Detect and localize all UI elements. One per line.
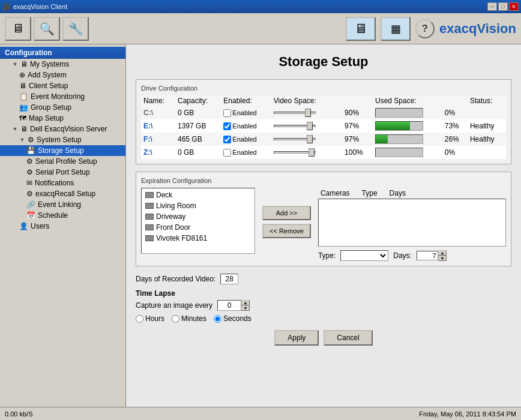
- capture-increment[interactable]: ▲: [241, 300, 250, 305]
- slider-thumb[interactable]: [307, 122, 313, 130]
- drive-video-space[interactable]: [271, 106, 342, 119]
- drive-capacity: 1397 GB: [175, 119, 221, 133]
- capture-decrement[interactable]: ▼: [241, 305, 250, 311]
- drive-name: F:\: [141, 133, 175, 146]
- drive-table: Name: Capacity: Enabled: Video Space: Us…: [141, 95, 506, 159]
- sidebar-item-group-setup[interactable]: 👥 Group Setup: [0, 102, 125, 113]
- assign-table-area: [318, 199, 506, 247]
- drive-enabled[interactable]: Enabled: [221, 146, 271, 159]
- minimize-button[interactable]: ─: [487, 2, 497, 11]
- drive-enabled-checkbox[interactable]: [223, 122, 231, 130]
- title-bar-controls: ─ □ ✕: [487, 2, 519, 11]
- camera-name: Driveway: [156, 212, 185, 221]
- maximize-button[interactable]: □: [498, 2, 508, 11]
- camera-list-item[interactable]: Front Door: [143, 222, 253, 233]
- home-icon: 🖥: [12, 22, 24, 35]
- camera-list-item[interactable]: Deck: [143, 190, 253, 200]
- system-icon: ⚙: [28, 136, 34, 144]
- bandwidth-status: 0.00 kb/S: [5, 410, 32, 418]
- drive-enabled[interactable]: Enabled: [221, 133, 271, 146]
- days-recorded-label: Days of Recorded Video:: [136, 275, 215, 283]
- sidebar-item-map-setup[interactable]: 🗺 Map Setup: [0, 113, 125, 124]
- sidebar-label-notifications: Notifications: [35, 179, 74, 187]
- drive-video-space[interactable]: [271, 146, 342, 159]
- camera-name: Front Door: [156, 223, 190, 232]
- col-enabled: Enabled:: [221, 95, 271, 106]
- sidebar-item-event-linking[interactable]: 🔗 Event Linking: [0, 199, 125, 210]
- drive-enabled[interactable]: Enabled: [221, 119, 271, 133]
- days-decrement[interactable]: ▼: [438, 256, 447, 261]
- wrench-icon: 🔧: [68, 22, 83, 36]
- drive-row: C:\0 GBEnabled90%0%: [141, 106, 506, 119]
- toolbar: 🖥 🔍 🔧 🖥 ▦ ? exacqVision: [0, 13, 521, 44]
- sidebar-item-notifications[interactable]: ✉ Notifications: [0, 178, 125, 188]
- camera-list[interactable]: DeckLiving RoomDrivewayFront DoorVivotek…: [141, 188, 255, 254]
- playback-button[interactable]: ▦: [381, 17, 411, 41]
- capture-input[interactable]: 0: [217, 300, 241, 311]
- drive-enabled-checkbox[interactable]: [223, 149, 231, 157]
- camera-name: Living Room: [156, 202, 196, 210]
- drive-video-pct: 90%: [342, 106, 373, 119]
- slider-thumb[interactable]: [307, 135, 313, 143]
- sidebar-label-dell-server: Dell ExacqVision Server: [30, 125, 107, 133]
- radio-seconds-input[interactable]: [214, 315, 221, 323]
- radio-seconds[interactable]: Seconds: [214, 314, 251, 323]
- drive-status: Healthy: [468, 133, 506, 146]
- radio-hours[interactable]: Hours: [136, 314, 164, 323]
- add-button[interactable]: Add >>: [262, 206, 311, 220]
- event-icon: 📋: [19, 92, 28, 101]
- sidebar-item-client-setup[interactable]: 🖥 Client Setup: [0, 80, 125, 91]
- camera-list-item[interactable]: Vivotek FD8161: [143, 233, 253, 244]
- live-view-button[interactable]: 🖥: [346, 17, 376, 41]
- drive-video-space[interactable]: [271, 133, 342, 146]
- storage-icon: 💾: [26, 146, 35, 155]
- sidebar-label-schedule: Schedule: [38, 211, 68, 220]
- cancel-button[interactable]: Cancel: [324, 330, 372, 346]
- main-layout: Configuration ▼ 🖥 My Systems ⊕ Add Syste…: [0, 44, 521, 407]
- sidebar-item-dell-server[interactable]: ▼ 🖥 Dell ExacqVision Server: [0, 124, 125, 134]
- users-icon: 👤: [19, 222, 28, 230]
- drive-status: [468, 106, 506, 119]
- drive-name: C:\: [141, 106, 175, 119]
- search-button[interactable]: 🔍: [34, 17, 60, 41]
- radio-minutes-input[interactable]: [172, 315, 179, 323]
- sidebar-item-users[interactable]: 👤 Users: [0, 221, 125, 232]
- sidebar-header[interactable]: Configuration: [0, 47, 125, 59]
- map-icon: 🗺: [19, 114, 26, 122]
- radio-minutes[interactable]: Minutes: [172, 314, 206, 323]
- sidebar-item-schedule[interactable]: 📅 Schedule: [0, 210, 125, 221]
- camera-list-item[interactable]: Living Room: [143, 200, 253, 211]
- slider-thumb[interactable]: [305, 109, 311, 117]
- slider-thumb[interactable]: [309, 148, 315, 157]
- sidebar-item-exacqrecall[interactable]: ⚙ exacqRecall Setup: [0, 188, 125, 199]
- sidebar-item-storage-setup[interactable]: 💾 Storage Setup: [0, 145, 125, 156]
- drive-enabled-checkbox[interactable]: [223, 136, 231, 143]
- close-button[interactable]: ✕: [509, 2, 519, 11]
- recall-icon: ⚙: [26, 190, 33, 198]
- drive-enabled-checkbox[interactable]: [223, 109, 231, 117]
- type-select[interactable]: [340, 250, 388, 261]
- days-increment[interactable]: ▲: [438, 250, 447, 256]
- sidebar-item-event-monitoring[interactable]: 📋 Event Monitoring: [0, 91, 125, 102]
- film-icon: ▦: [391, 22, 401, 35]
- remove-button[interactable]: << Remove: [262, 224, 311, 238]
- camera-icon: [145, 203, 154, 209]
- drive-enabled[interactable]: Enabled: [221, 106, 271, 119]
- settings-button[interactable]: 🔧: [62, 17, 89, 41]
- sidebar-label-map-setup: Map Setup: [29, 114, 64, 122]
- sidebar-item-add-system[interactable]: ⊕ Add System: [0, 70, 125, 80]
- sidebar-item-serial-profile[interactable]: ⚙ Serial Profile Setup: [0, 156, 125, 167]
- sidebar-item-serial-port[interactable]: ⚙ Serial Port Setup: [0, 167, 125, 178]
- datetime-status: Friday, May 06, 2011 8:43:54 PM: [419, 410, 516, 418]
- camera-list-item[interactable]: Driveway: [143, 211, 253, 222]
- drive-video-space[interactable]: [271, 119, 342, 133]
- sidebar-item-my-systems[interactable]: ▼ 🖥 My Systems: [0, 59, 125, 70]
- camera-icon: [145, 224, 154, 230]
- title-bar: 🎥 exacqVision Client ─ □ ✕: [0, 0, 521, 13]
- apply-button[interactable]: Apply: [274, 330, 319, 346]
- home-button[interactable]: 🖥: [5, 17, 31, 41]
- radio-hours-input[interactable]: [136, 315, 143, 323]
- days-input[interactable]: 7: [417, 251, 438, 260]
- help-button[interactable]: ?: [415, 19, 435, 38]
- sidebar-item-system-setup[interactable]: ▼ ⚙ System Setup: [0, 134, 125, 145]
